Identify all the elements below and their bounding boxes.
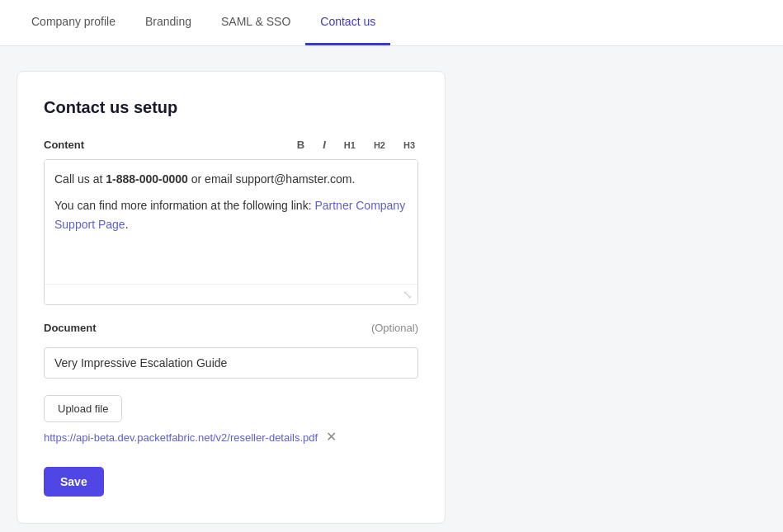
editor-line-2: You can find more information at the fol… — [54, 196, 408, 233]
contact-us-card: Contact us setup Content B I H1 H2 H3 Ca… — [17, 71, 446, 524]
file-link-row: https://api-beta.dev.packetfabric.net/v2… — [44, 431, 418, 444]
top-navigation: Company profile Branding SAML & SSO Cont… — [0, 0, 783, 46]
resize-icon: ⤡ — [403, 288, 413, 301]
optional-label: (Optional) — [371, 322, 418, 334]
tab-company-profile[interactable]: Company profile — [17, 0, 130, 45]
editor-line-1: Call us at 1-888-000-0000 or email suppo… — [54, 170, 408, 188]
content-label: Content — [44, 139, 84, 151]
file-url-link[interactable]: https://api-beta.dev.packetfabric.net/v2… — [44, 431, 318, 444]
content-label-row: Content B I H1 H2 H3 — [44, 137, 418, 153]
upload-form-group: Upload file https://api-beta.dev.packetf… — [44, 395, 418, 444]
card-title: Contact us setup — [44, 98, 418, 117]
document-label-row: Document (Optional) — [44, 322, 418, 334]
tab-contact-us[interactable]: Contact us — [305, 0, 390, 45]
upload-file-button[interactable]: Upload file — [44, 395, 122, 422]
document-form-group: Document (Optional) — [44, 322, 418, 379]
italic-button[interactable]: I — [319, 137, 329, 153]
page-content: Contact us setup Content B I H1 H2 H3 Ca… — [0, 46, 783, 532]
content-form-group: Content B I H1 H2 H3 Call us at 1-888-00… — [44, 137, 418, 305]
save-button[interactable]: Save — [44, 467, 104, 497]
tab-saml-sso[interactable]: SAML & SSO — [206, 0, 305, 45]
editor-toolbar: B I H1 H2 H3 — [294, 137, 418, 153]
remove-file-button[interactable]: ✕ — [326, 431, 337, 444]
editor-text-area[interactable]: Call us at 1-888-000-0000 or email suppo… — [45, 160, 417, 284]
h3-button[interactable]: H3 — [400, 139, 418, 152]
content-editor[interactable]: Call us at 1-888-000-0000 or email suppo… — [44, 159, 418, 305]
document-input[interactable] — [44, 347, 418, 379]
h1-button[interactable]: H1 — [341, 139, 359, 152]
document-label: Document — [44, 322, 97, 334]
bold-button[interactable]: B — [294, 137, 308, 153]
resize-handle: ⤡ — [45, 284, 417, 304]
tab-branding[interactable]: Branding — [130, 0, 206, 45]
partner-support-link[interactable]: Partner Company Support Page — [54, 199, 405, 230]
h2-button[interactable]: H2 — [370, 139, 389, 152]
